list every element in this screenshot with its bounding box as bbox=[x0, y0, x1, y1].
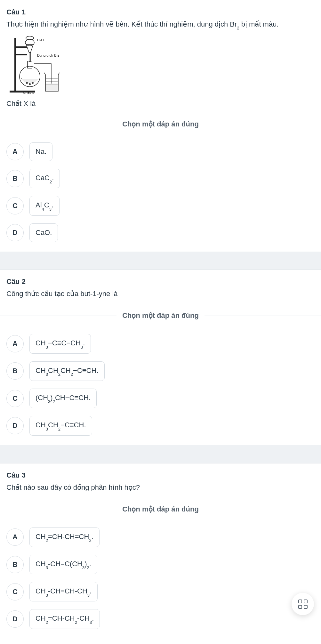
option-row[interactable]: ACH3−C≡C−CH3. bbox=[6, 334, 315, 353]
block-gap bbox=[0, 445, 321, 463]
option-row[interactable]: DCH3CH2−C≡CH. bbox=[6, 416, 315, 435]
option-row[interactable]: DCaO. bbox=[6, 223, 315, 242]
option-letter[interactable]: B bbox=[6, 362, 24, 380]
question-block: Câu 1Thực hiện thí nghiệm như hình vẽ bê… bbox=[0, 0, 321, 252]
svg-rect-1 bbox=[14, 38, 16, 92]
svg-point-10 bbox=[29, 83, 31, 85]
option-row[interactable]: CCH3-CH=CH-CH3. bbox=[6, 582, 315, 601]
option-letter[interactable]: A bbox=[6, 528, 24, 546]
option-text[interactable]: (CH3)2CH−C≡CH. bbox=[29, 389, 97, 408]
option-text[interactable]: CH3−C≡C−CH3. bbox=[29, 334, 91, 353]
option-letter[interactable]: A bbox=[6, 143, 24, 160]
option-row[interactable]: ACH2=CH-CH=CH2. bbox=[6, 527, 315, 547]
option-row[interactable]: DCH2=CH-CH2-CH3. bbox=[6, 609, 315, 629]
option-text[interactable]: CH3CH2−C≡CH. bbox=[29, 416, 92, 435]
question-body: Công thức cấu tạo của but-1-yne là bbox=[6, 288, 315, 299]
question-body: Chất nào sau đây có đồng phân hình học? bbox=[6, 482, 315, 493]
svg-point-9 bbox=[26, 82, 28, 84]
option-row[interactable]: C(CH3)2CH−C≡CH. bbox=[6, 389, 315, 408]
question-block: Câu 3Chất nào sau đây có đồng phân hình … bbox=[0, 463, 321, 639]
option-letter[interactable]: A bbox=[6, 335, 24, 352]
question-body: Thực hiện thí nghiệm như hình vẽ bên. Kế… bbox=[6, 19, 315, 30]
svg-rect-5 bbox=[16, 46, 27, 48]
choose-one-label: Chọn một đáp án đúng bbox=[122, 505, 199, 513]
options-list: ACH3−C≡C−CH3.BCH3CH2CH2−C≡CH.C(CH3)2CH−C… bbox=[6, 334, 315, 435]
svg-rect-7 bbox=[28, 61, 32, 68]
option-text[interactable]: CH3-CH=CH-CH3. bbox=[29, 582, 98, 601]
option-letter[interactable]: C bbox=[6, 197, 24, 214]
svg-text:Dung dịch Br₂: Dung dịch Br₂ bbox=[37, 53, 59, 58]
choose-one-divider: Chọn một đáp án đúng bbox=[0, 120, 321, 128]
options-list: ANa.BCaC2.CAl4C3.DCaO. bbox=[6, 142, 315, 242]
option-row[interactable]: BCaC2. bbox=[6, 169, 315, 188]
option-text[interactable]: Na. bbox=[29, 142, 52, 161]
option-text[interactable]: CH2=CH-CH=CH2. bbox=[29, 527, 100, 547]
svg-rect-12 bbox=[46, 84, 58, 91]
experiment-diagram: H₂O Dung dịch Br₂ Chất X bbox=[6, 34, 67, 94]
option-letter[interactable]: D bbox=[6, 224, 24, 241]
question-block: Câu 2Công thức cấu tạo của but-1-yne làC… bbox=[0, 270, 321, 445]
question-title: Câu 1 bbox=[6, 8, 315, 16]
svg-text:Chất X: Chất X bbox=[23, 91, 34, 94]
option-row[interactable]: ANa. bbox=[6, 142, 315, 161]
option-text[interactable]: CH3-CH=C(CH3)2. bbox=[29, 555, 97, 574]
question-subtext: Chất X là bbox=[6, 100, 315, 108]
option-letter[interactable]: B bbox=[6, 170, 24, 187]
choose-one-label: Chọn một đáp án đúng bbox=[122, 120, 199, 128]
option-text[interactable]: CH3CH2CH2−C≡CH. bbox=[29, 361, 105, 381]
option-row[interactable]: BCH3CH2CH2−C≡CH. bbox=[6, 361, 315, 381]
svg-text:H₂O: H₂O bbox=[37, 38, 44, 42]
svg-point-3 bbox=[25, 39, 34, 46]
svg-rect-6 bbox=[16, 54, 27, 55]
option-letter[interactable]: D bbox=[6, 610, 24, 628]
option-text[interactable]: CH2=CH-CH2-CH3. bbox=[29, 609, 100, 629]
option-letter[interactable]: C bbox=[6, 390, 24, 407]
question-title: Câu 3 bbox=[6, 471, 315, 479]
choose-one-divider: Chọn một đáp án đúng bbox=[0, 311, 321, 320]
choose-one-label: Chọn một đáp án đúng bbox=[122, 311, 199, 320]
grid-icon bbox=[298, 600, 308, 609]
diagram-wrap: H₂O Dung dịch Br₂ Chất X bbox=[6, 34, 67, 96]
choose-one-divider: Chọn một đáp án đúng bbox=[0, 505, 321, 513]
svg-rect-4 bbox=[29, 52, 30, 62]
option-letter[interactable]: C bbox=[6, 583, 24, 600]
question-title: Câu 2 bbox=[6, 278, 315, 286]
options-list: ACH2=CH-CH=CH2.BCH3-CH=C(CH3)2.CCH3-CH=C… bbox=[6, 527, 315, 629]
grid-fab[interactable] bbox=[292, 593, 314, 615]
option-letter[interactable]: B bbox=[6, 556, 24, 573]
option-row[interactable]: BCH3-CH=C(CH3)2. bbox=[6, 555, 315, 574]
option-row[interactable]: CAl4C3. bbox=[6, 196, 315, 215]
option-text[interactable]: Al4C3. bbox=[29, 196, 60, 215]
option-letter[interactable]: D bbox=[6, 417, 24, 434]
svg-point-11 bbox=[32, 82, 34, 84]
option-text[interactable]: CaC2. bbox=[29, 169, 60, 188]
block-gap bbox=[0, 252, 321, 270]
option-text[interactable]: CaO. bbox=[29, 223, 58, 242]
